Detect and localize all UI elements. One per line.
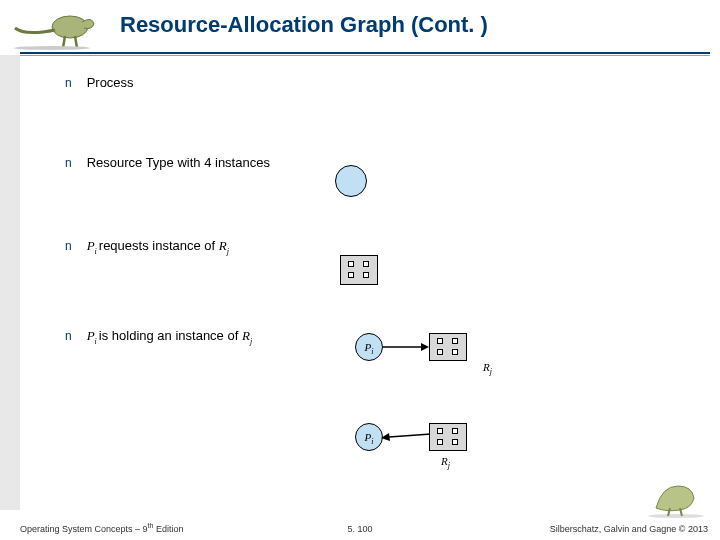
svg-marker-7 — [381, 433, 390, 441]
left-sidebar — [0, 55, 20, 510]
slide-title: Resource-Allocation Graph (Cont. ) — [120, 12, 488, 38]
request-arrow-icon — [383, 343, 427, 355]
assignment-edge-diagram: Pi Rj — [355, 423, 475, 481]
svg-point-3 — [14, 46, 90, 50]
bullet-process: n Process — [65, 75, 700, 93]
resource-node — [429, 423, 467, 451]
j-sub: j — [227, 247, 229, 256]
bullet-holding: n Pi is holding an instance of Rj — [65, 328, 252, 346]
bullet-text: Resource Type with 4 instances — [87, 155, 270, 170]
footer: Operating System Concepts – 9th Edition … — [0, 514, 720, 534]
resource-4-icon — [340, 255, 378, 285]
header: Resource-Allocation Graph (Cont. ) — [0, 0, 720, 62]
text: requests instance of — [99, 238, 219, 253]
bullet-icon: n — [65, 239, 83, 253]
svg-marker-5 — [421, 343, 429, 351]
rule-thin — [20, 55, 710, 56]
i-sub: i — [371, 347, 373, 356]
rj-label: Rj — [483, 361, 492, 376]
bullet-requests: n Pi requests instance of Rj — [65, 238, 229, 256]
text: is holding an instance of — [99, 328, 242, 343]
i-sub: i — [371, 437, 373, 446]
rj-label: Rj — [441, 455, 450, 470]
svg-line-2 — [75, 36, 77, 48]
bullet-icon: n — [65, 76, 83, 90]
svg-point-0 — [52, 16, 88, 38]
j-sub: j — [250, 337, 252, 346]
svg-line-6 — [389, 434, 431, 437]
content-area: n Process n Resource Type with 4 instanc… — [65, 75, 700, 500]
r-symbol: R — [242, 328, 250, 343]
r-symbol: R — [219, 238, 227, 253]
request-edge-diagram: Pi Rj — [355, 333, 475, 377]
p-symbol: P — [87, 238, 95, 253]
bullet-icon: n — [65, 329, 83, 343]
p-symbol: P — [87, 328, 95, 343]
footer-right: Silberschatz, Galvin and Gagne © 2013 — [550, 524, 708, 534]
dinosaur-footer-icon — [646, 478, 706, 518]
bullet-text: Process — [87, 75, 134, 90]
dinosaur-icon — [10, 2, 95, 50]
assignment-arrow-icon — [379, 430, 431, 446]
process-node: Pi — [355, 333, 383, 361]
rule-thick — [20, 52, 710, 54]
bullet-resource: n Resource Type with 4 instances — [65, 155, 270, 173]
resource-node — [429, 333, 467, 361]
process-node-icon — [335, 165, 367, 197]
bullet-icon: n — [65, 156, 83, 170]
